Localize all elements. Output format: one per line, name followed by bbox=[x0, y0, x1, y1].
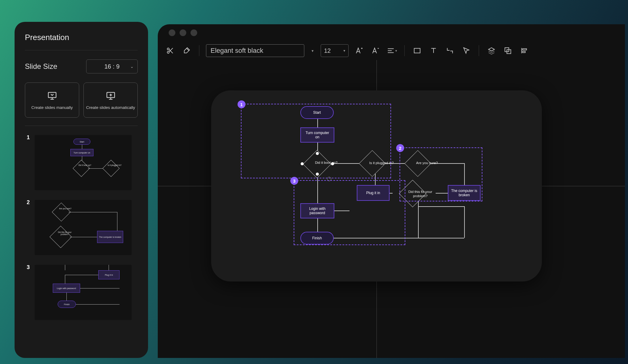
thumbnail-canvas: Plug it in Login with password Finish bbox=[35, 265, 132, 320]
align-objects-button[interactable] bbox=[518, 45, 530, 56]
slide-number: 2 bbox=[27, 199, 30, 206]
slide-canvas[interactable]: Start Turn computer on Did it boot up? I… bbox=[211, 90, 542, 281]
connector bbox=[418, 206, 419, 238]
font-size-field[interactable]: 12▾ bbox=[321, 44, 349, 57]
slide-size-select[interactable]: 16 : 9 ⌄ bbox=[86, 59, 138, 73]
selection-badge: 3 bbox=[290, 177, 298, 185]
presentation-add-icon bbox=[106, 91, 116, 101]
selection-1[interactable]: 1 bbox=[241, 104, 391, 178]
font-increase-icon bbox=[355, 47, 363, 55]
connector-tool-button[interactable] bbox=[444, 45, 456, 56]
selection-badge: 2 bbox=[396, 144, 404, 152]
chevron-down-icon: ▾ bbox=[395, 49, 397, 53]
font-family-field[interactable]: Elegant soft black bbox=[206, 44, 304, 57]
traffic-light-minimize[interactable] bbox=[180, 29, 186, 36]
connector bbox=[418, 206, 464, 207]
create-slides-manually-button[interactable]: Create slides manually bbox=[25, 83, 79, 118]
slide-thumbnail-1[interactable]: 1 Start Turn computer on Did it boot up?… bbox=[25, 135, 138, 190]
group-button[interactable] bbox=[502, 45, 514, 56]
cut-button[interactable] bbox=[164, 45, 176, 56]
toolbar-divider bbox=[404, 45, 405, 56]
toolbar-divider bbox=[199, 45, 199, 56]
thumbnail-canvas: Are you sure? Did this fix your problem?… bbox=[35, 200, 132, 255]
shape-rect-button[interactable] bbox=[411, 45, 423, 56]
sidebar-title: Presentation bbox=[25, 33, 138, 42]
font-family-dropdown[interactable]: ▾ bbox=[309, 49, 316, 53]
slide-thumbnails: 1 Start Turn computer on Did it boot up?… bbox=[25, 135, 138, 320]
font-decrease-icon bbox=[372, 47, 380, 55]
svg-rect-7 bbox=[523, 49, 527, 50]
slide-size-label: Slide Size bbox=[25, 62, 57, 71]
thumbnail-canvas: Start Turn computer on Did it boot up? I… bbox=[35, 135, 132, 190]
create-auto-label: Create slides automatically bbox=[86, 105, 135, 110]
paintbrush-icon bbox=[183, 47, 191, 55]
selection-2[interactable]: 2 bbox=[400, 147, 482, 201]
create-manual-label: Create slides manually bbox=[31, 105, 73, 110]
presentation-screen-icon bbox=[47, 91, 57, 101]
slide-size-row: Slide Size 16 : 9 ⌄ bbox=[25, 59, 138, 73]
decrease-font-button[interactable] bbox=[370, 45, 381, 56]
slide-thumbnail-2[interactable]: 2 Are you sure? Did this fix your proble… bbox=[25, 200, 138, 255]
cursor-tool-button[interactable] bbox=[461, 45, 472, 56]
scissors-icon bbox=[166, 47, 174, 55]
editor-toolbar: Elegant soft black ▾ 12▾ ▾ bbox=[158, 41, 625, 60]
create-buttons-row: Create slides manually Create slides aut… bbox=[25, 83, 138, 118]
svg-rect-8 bbox=[523, 51, 525, 52]
connector-icon bbox=[446, 47, 454, 55]
editor-canvas[interactable]: Start Turn computer on Did it boot up? I… bbox=[158, 60, 625, 358]
layers-button[interactable] bbox=[486, 45, 497, 56]
divider bbox=[25, 126, 138, 126]
align-left-icon bbox=[387, 47, 395, 55]
group-icon bbox=[504, 47, 512, 55]
slide-number: 1 bbox=[27, 134, 30, 141]
increase-font-button[interactable] bbox=[353, 45, 365, 56]
rectangle-icon bbox=[413, 47, 421, 55]
selection-badge: 1 bbox=[238, 100, 245, 108]
selection-3[interactable]: 3 bbox=[294, 180, 405, 245]
create-slides-automatically-button[interactable]: Create slides automatically bbox=[83, 83, 138, 118]
text-tool-button[interactable] bbox=[428, 45, 439, 56]
layers-icon bbox=[488, 47, 495, 55]
presentation-sidebar: Presentation Slide Size 16 : 9 ⌄ Create … bbox=[15, 22, 148, 358]
format-painter-button[interactable] bbox=[181, 45, 192, 56]
traffic-light-zoom[interactable] bbox=[191, 29, 197, 36]
slide-size-value: 16 : 9 bbox=[104, 63, 120, 70]
toolbar-divider bbox=[479, 45, 479, 56]
divider bbox=[25, 50, 138, 50]
align-button[interactable]: ▾ bbox=[386, 45, 398, 56]
text-icon bbox=[430, 47, 437, 55]
cursor-icon bbox=[462, 47, 470, 55]
chevron-down-icon: ⌄ bbox=[130, 64, 134, 69]
slide-number: 3 bbox=[27, 264, 30, 271]
traffic-light-close[interactable] bbox=[169, 29, 175, 36]
slide-thumbnail-3[interactable]: 3 Plug it in Login with password Finish bbox=[25, 265, 138, 320]
chevron-down-icon: ▾ bbox=[343, 49, 345, 53]
window-titlebar bbox=[158, 24, 625, 41]
editor-window: Elegant soft black ▾ 12▾ ▾ bbox=[158, 24, 625, 358]
align-objects-icon bbox=[520, 47, 528, 55]
svg-rect-4 bbox=[414, 48, 420, 53]
connector bbox=[464, 206, 465, 238]
